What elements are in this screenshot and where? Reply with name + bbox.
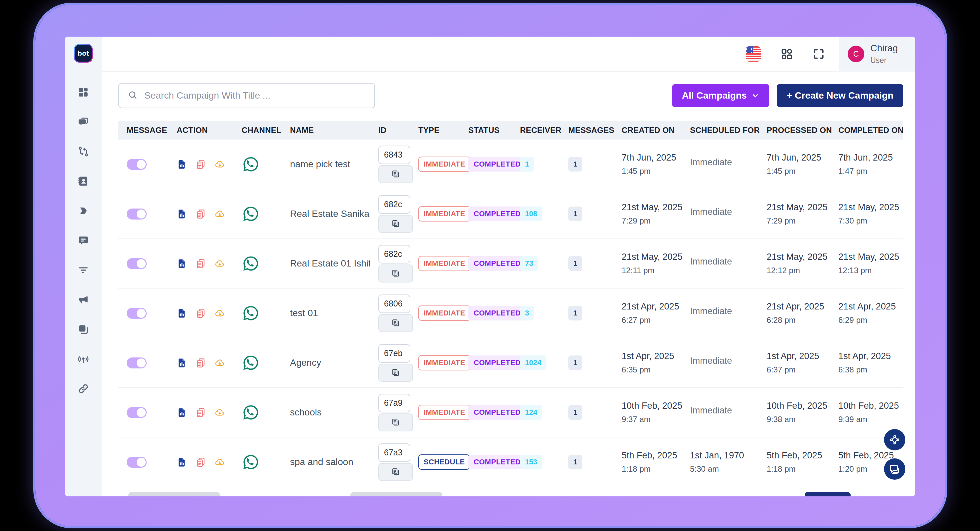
comment-icon[interactable] [78,235,89,246]
duplicate-button[interactable] [196,258,206,269]
report-button[interactable] [177,358,187,368]
message-toggle[interactable] [127,457,147,468]
created-on-cell: 10th Feb, 2025 9:37 am [613,401,682,424]
flow-icon[interactable] [78,146,89,157]
messages-count[interactable]: 1 [568,306,582,320]
campaign-id-field[interactable]: 682c [378,245,410,263]
col-channel: CHANNEL [233,125,282,135]
export-button[interactable] [215,358,225,368]
broadcast-icon[interactable] [78,353,89,365]
col-action: ACTION [168,125,233,135]
megaphone-icon[interactable] [78,294,89,306]
us-flag-icon[interactable] [746,46,761,62]
report-button[interactable] [177,407,187,418]
copy-id-button[interactable] [378,463,413,481]
copy-id-button[interactable] [378,165,413,183]
campaign-id-field[interactable]: 6806 [378,295,410,313]
export-button[interactable] [215,258,225,269]
completed-on-cell: 1st Apr, 2025 6:38 pm [830,351,903,374]
duplicate-button[interactable] [196,457,206,468]
export-button[interactable] [215,407,225,418]
campaign-id-field[interactable]: 67eb [378,344,410,363]
duplicate-button[interactable] [196,407,206,418]
duplicate-button[interactable] [196,308,206,319]
create-new-campaign-button[interactable]: + Create New Campaign [777,84,903,107]
copy-id-button[interactable] [378,414,413,431]
campaign-id-field[interactable]: 682c [378,195,410,214]
messages-count[interactable]: 1 [568,256,582,271]
tag-icon[interactable] [78,205,89,217]
duplicate-button[interactable] [196,159,206,170]
processed-on-cell: 21st May, 2025 12:12 pm [758,252,830,275]
receiver-count[interactable]: 3 [520,306,534,320]
workflow-fab[interactable] [884,429,905,450]
receiver-count[interactable]: 1 [520,157,534,171]
report-button[interactable] [177,457,187,468]
app-screen: bot [65,36,915,496]
created-on-cell: 1st Apr, 2025 6:35 pm [613,351,682,374]
copy-id-button[interactable] [378,364,413,382]
duplicate-button[interactable] [196,358,206,368]
campaign-id-field[interactable]: 6843 [378,146,410,164]
cloud-download-icon [215,407,225,418]
message-toggle[interactable] [127,308,147,319]
receiver-count[interactable]: 124 [520,405,542,420]
message-toggle[interactable] [127,357,147,368]
apps-icon[interactable] [780,48,793,60]
copy-id-button[interactable] [378,314,413,332]
report-button[interactable] [177,308,187,319]
filter-icon[interactable] [78,265,89,276]
col-processed-on: PROCESSED ON [758,125,830,135]
export-button[interactable] [215,457,225,468]
receiver-count[interactable]: 73 [520,256,538,271]
scheduled-for-cell: Immediate [682,207,758,221]
copy-doc-icon [196,358,206,368]
message-toggle[interactable] [127,258,147,269]
contacts-icon[interactable] [78,176,89,187]
report-button[interactable] [177,159,187,170]
export-button[interactable] [215,209,225,219]
messages-count[interactable]: 1 [568,455,582,469]
user-menu[interactable]: C Chirag User [839,36,915,71]
completed-on-cell: 21st May, 2025 12:13 pm [830,252,903,275]
messages-count[interactable]: 1 [568,206,582,221]
dashboard-icon[interactable] [78,87,89,98]
report-button[interactable] [177,258,187,269]
link-icon[interactable] [78,383,89,395]
created-on-cell: 21st May, 2025 7:29 pm [613,202,682,225]
all-campaigns-dropdown[interactable]: All Campaigns [672,84,769,107]
duplicate-button[interactable] [196,209,206,219]
col-type: TYPE [410,125,460,135]
message-toggle[interactable] [127,159,147,170]
col-name: NAME [282,125,370,135]
fullscreen-icon[interactable] [812,48,825,60]
table-row: spa and saloon 67a3 SCHEDULE COMPLETED 1… [118,437,903,487]
receiver-count[interactable]: 108 [520,206,542,221]
receiver-count[interactable]: 153 [520,455,542,469]
campaign-name: schools [282,407,370,418]
messages-count[interactable]: 1 [568,405,582,420]
app-logo[interactable]: bot [74,44,93,63]
export-button[interactable] [215,308,225,319]
support-chat-fab[interactable] [884,458,905,480]
search-input[interactable] [144,90,366,101]
col-scheduled-for: SCHEDULED FOR [682,125,758,135]
copy-id-button[interactable] [378,215,413,233]
copy-id-button[interactable] [378,265,413,282]
message-toggle[interactable] [127,407,147,418]
messages-count[interactable]: 1 [568,355,582,370]
message-toggle[interactable] [127,209,147,220]
campaign-id-field[interactable]: 67a3 [378,444,410,462]
export-button[interactable] [215,159,225,170]
copy-icon [391,319,400,328]
report-button[interactable] [177,209,187,219]
app-logo-text: bot [75,45,92,62]
completed-on-cell: 21st May, 2025 7:30 pm [830,202,903,225]
campaign-id-field[interactable]: 67a9 [378,394,410,412]
whatsapp-channel-icon [242,453,282,471]
user-role: User [870,56,898,65]
chat-icon[interactable] [78,116,89,128]
receiver-count[interactable]: 1024 [520,355,546,370]
messages-count[interactable]: 1 [568,157,582,171]
layers-icon[interactable] [78,324,89,335]
